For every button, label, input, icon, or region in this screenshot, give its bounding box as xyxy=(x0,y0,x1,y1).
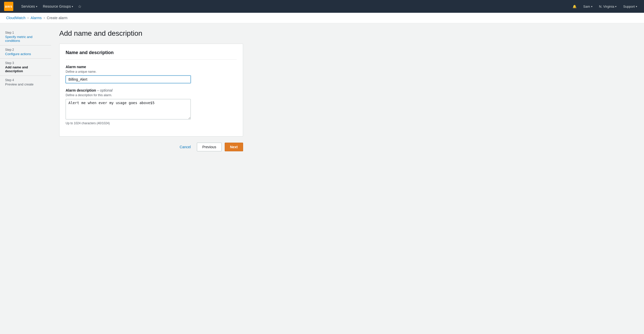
breadcrumb-current: Create alarm xyxy=(47,16,67,20)
sidebar-step-3[interactable]: Step 3 Add name and description xyxy=(0,59,51,76)
step-2-title: Configure actions xyxy=(5,52,46,56)
sidebar: Step 1 Specify metric and conditions Ste… xyxy=(0,23,51,334)
user-menu[interactable]: Sam ▾ xyxy=(580,0,595,13)
breadcrumb-separator-2: › xyxy=(44,16,45,20)
breadcrumb-alarms[interactable]: Alarms xyxy=(31,16,42,20)
step-1-title: Specify metric and conditions xyxy=(5,35,46,43)
page-title: Add name and description xyxy=(59,29,636,38)
alarm-desc-sublabel: Define a description for this alarm. xyxy=(66,93,237,97)
services-chevron-icon: ▾ xyxy=(36,5,37,8)
cancel-button[interactable]: Cancel xyxy=(177,143,194,151)
alarm-name-group: Alarm name Define a unique name. xyxy=(66,65,237,83)
resource-groups-chevron-icon: ▾ xyxy=(72,5,73,8)
alarm-desc-group: Alarm description – optional Define a de… xyxy=(66,88,237,125)
user-label: Sam xyxy=(583,5,590,8)
nav-right: 🔔 Sam ▾ N. Virginia ▾ Support ▾ xyxy=(570,0,640,13)
action-bar: Cancel Previous Next xyxy=(59,143,243,151)
breadcrumb: CloudWatch › Alarms › Create alarm xyxy=(0,13,644,23)
alarm-name-label: Alarm name xyxy=(66,65,237,69)
card-title: Name and description xyxy=(66,50,237,60)
breadcrumb-separator-1: › xyxy=(28,16,29,20)
top-navigation: aws Services ▾ Resource Groups ▾ ☆ 🔔 Sam… xyxy=(0,0,644,13)
step-3-label: Step 3 xyxy=(5,61,46,65)
alarm-name-sublabel: Define a unique name. xyxy=(66,70,237,73)
previous-button[interactable]: Previous xyxy=(197,143,221,151)
alarm-desc-optional: – optional xyxy=(97,88,113,92)
step-1-label: Step 1 xyxy=(5,31,46,34)
content-area: Add name and description Name and descri… xyxy=(51,23,644,334)
aws-logo-text: aws xyxy=(5,4,12,8)
step-3-title: Add name and description xyxy=(5,65,46,73)
support-label: Support xyxy=(623,5,635,8)
step-4-title: Preview and create xyxy=(5,82,46,86)
region-menu[interactable]: N. Virginia ▾ xyxy=(596,0,619,13)
aws-logo[interactable]: aws xyxy=(4,2,13,11)
region-label: N. Virginia xyxy=(599,5,614,8)
support-chevron-icon: ▾ xyxy=(636,5,637,8)
step-4-label: Step 4 xyxy=(5,78,46,82)
resource-groups-label: Resource Groups xyxy=(43,4,71,8)
notifications-icon[interactable]: 🔔 xyxy=(570,0,579,13)
services-label: Services xyxy=(21,4,35,8)
alarm-desc-textarea[interactable] xyxy=(66,99,191,119)
alarm-desc-label: Alarm description – optional xyxy=(66,88,237,92)
alarm-name-input[interactable] xyxy=(66,76,191,83)
sidebar-step-4[interactable]: Step 4 Preview and create xyxy=(0,76,51,89)
support-menu[interactable]: Support ▾ xyxy=(620,0,640,13)
next-button[interactable]: Next xyxy=(225,143,243,151)
char-count: Up to 1024 characters (40/1024) xyxy=(66,121,237,125)
region-chevron-icon: ▾ xyxy=(615,5,616,8)
main-container: Step 1 Specify metric and conditions Ste… xyxy=(0,23,644,334)
services-menu[interactable]: Services ▾ xyxy=(18,0,40,13)
alarm-desc-label-text: Alarm description xyxy=(66,88,96,92)
user-chevron-icon: ▾ xyxy=(591,5,592,8)
resource-groups-menu[interactable]: Resource Groups ▾ xyxy=(40,0,76,13)
form-card: Name and description Alarm name Define a… xyxy=(59,44,243,137)
sidebar-step-1[interactable]: Step 1 Specify metric and conditions xyxy=(0,28,51,45)
breadcrumb-cloudwatch[interactable]: CloudWatch xyxy=(6,16,26,20)
sidebar-step-2[interactable]: Step 2 Configure actions xyxy=(0,45,51,59)
step-2-label: Step 2 xyxy=(5,48,46,52)
favorites-icon[interactable]: ☆ xyxy=(76,4,84,9)
